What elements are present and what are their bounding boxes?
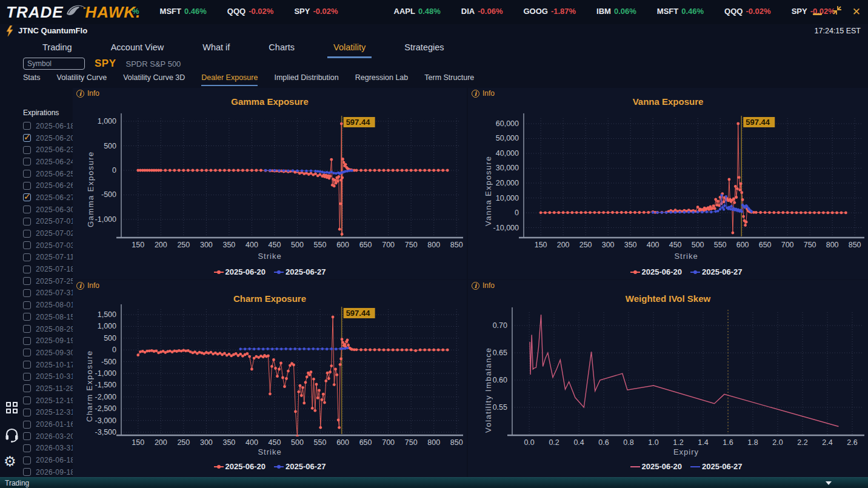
- checkbox-unchecked[interactable]: [23, 409, 31, 416]
- gamma-plot-area[interactable]: 1,0005000-500-1,000150200250300350400450…: [73, 88, 467, 279]
- checkbox-unchecked[interactable]: [23, 325, 31, 333]
- checkbox-unchecked[interactable]: [23, 170, 31, 178]
- expiration-row[interactable]: 2025-06-23: [23, 144, 79, 156]
- expiration-row[interactable]: 2025-06-18: [23, 120, 79, 132]
- expiration-row[interactable]: 2025-06-27: [23, 192, 79, 204]
- restore-icon[interactable]: [832, 5, 842, 18]
- checkbox-unchecked[interactable]: [23, 253, 31, 261]
- nav-tab-strategies[interactable]: Strategies: [398, 41, 450, 58]
- ticker-change: -0.02%: [746, 7, 770, 16]
- legend-label: 2025-06-20: [225, 267, 266, 276]
- expiration-row[interactable]: 2026-03-20: [23, 430, 79, 443]
- nav-tab-charts[interactable]: Charts: [262, 41, 301, 58]
- legend-item[interactable]: 2025-06-20: [630, 267, 683, 276]
- expiration-row[interactable]: 2025-06-24: [23, 156, 79, 168]
- expiration-row[interactable]: 2026-06-18: [23, 454, 79, 466]
- checkbox-unchecked[interactable]: [23, 206, 31, 213]
- checkbox-unchecked[interactable]: [23, 230, 31, 238]
- expiration-row[interactable]: 2025-07-18: [23, 263, 79, 275]
- layout-grid-icon[interactable]: [6, 402, 18, 414]
- settings-gear-icon[interactable]: ⚙: [4, 453, 16, 469]
- checkbox-unchecked[interactable]: [23, 218, 31, 226]
- minimize-icon[interactable]: [813, 13, 822, 15]
- checkbox-unchecked[interactable]: [23, 158, 31, 165]
- expiration-row[interactable]: 2025-09-30: [23, 347, 79, 359]
- checkbox-unchecked[interactable]: [23, 421, 31, 429]
- checkbox-checked[interactable]: [23, 134, 31, 142]
- subtab-stats[interactable]: Stats: [23, 73, 41, 86]
- checkbox-unchecked[interactable]: [23, 301, 31, 309]
- main-nav-tabs: TradingAccount ViewWhat ifChartsVolatili…: [36, 41, 450, 58]
- checkbox-unchecked[interactable]: [23, 373, 31, 381]
- legend-item[interactable]: 2025-06-27: [274, 462, 326, 471]
- expiration-row[interactable]: 2025-12-19: [23, 395, 79, 407]
- expiration-row[interactable]: 2025-07-03: [23, 239, 79, 252]
- subtab-volatility-curve-3d[interactable]: Volatility Curve 3D: [123, 73, 185, 86]
- expiration-row[interactable]: 2025-06-25: [23, 168, 79, 180]
- legend-item[interactable]: 2025-06-20: [630, 462, 683, 471]
- checkbox-unchecked[interactable]: [23, 289, 31, 297]
- expiration-row[interactable]: 2025-07-25: [23, 275, 79, 287]
- subtab-volatility-curve[interactable]: Volatility Curve: [57, 73, 107, 86]
- checkbox-unchecked[interactable]: [23, 266, 31, 273]
- expiration-row[interactable]: 2025-08-29: [23, 323, 79, 335]
- subtab-implied-distribution[interactable]: Implied Distribution: [274, 73, 338, 86]
- expiration-row[interactable]: 2025-07-01: [23, 216, 79, 228]
- expiration-row[interactable]: 2025-10-17: [23, 359, 79, 371]
- checkbox-unchecked[interactable]: [23, 122, 31, 130]
- expiration-row[interactable]: 2025-12-31: [23, 407, 79, 419]
- legend-item[interactable]: 2025-06-27: [690, 267, 743, 276]
- checkbox-unchecked[interactable]: [23, 277, 31, 285]
- checkbox-unchecked[interactable]: [23, 361, 31, 369]
- expiration-row[interactable]: 2025-07-02: [23, 227, 79, 239]
- svg-text:450: 450: [269, 241, 281, 249]
- nav-tab-volatility[interactable]: Volatility: [327, 41, 372, 58]
- checkbox-unchecked[interactable]: [23, 313, 31, 321]
- chart-info-button[interactable]: Info: [76, 281, 99, 290]
- expiration-row[interactable]: 2026-09-18: [23, 466, 79, 478]
- expiration-row[interactable]: 2025-10-31: [23, 370, 79, 383]
- checkbox-unchecked[interactable]: [23, 456, 31, 464]
- checkbox-unchecked[interactable]: [23, 432, 31, 440]
- legend-item[interactable]: 2025-06-20: [214, 267, 266, 276]
- checkbox-unchecked[interactable]: [23, 468, 31, 476]
- expiration-row[interactable]: 2025-06-30: [23, 204, 79, 216]
- legend-item[interactable]: 2025-06-27: [274, 267, 326, 276]
- ticker-change: -0.02%: [249, 7, 273, 16]
- status-grip-icon[interactable]: [826, 481, 832, 485]
- checkbox-unchecked[interactable]: [23, 182, 31, 190]
- nav-tab-what-if[interactable]: What if: [196, 41, 236, 58]
- expiration-row[interactable]: 2025-06-26: [23, 179, 79, 192]
- checkbox-unchecked[interactable]: [23, 146, 31, 154]
- legend-item[interactable]: 2025-06-27: [690, 462, 743, 471]
- nav-tab-trading[interactable]: Trading: [36, 41, 78, 58]
- expiration-row[interactable]: 2025-08-15: [23, 311, 79, 323]
- checkbox-unchecked[interactable]: [23, 241, 31, 249]
- symbol-input[interactable]: [23, 58, 85, 70]
- checkbox-unchecked[interactable]: [23, 444, 31, 452]
- expiration-row[interactable]: 2025-06-20: [23, 132, 79, 144]
- expiration-row[interactable]: 2025-08-01: [23, 299, 79, 311]
- expiration-row[interactable]: 2026-03-31: [23, 443, 79, 455]
- checkbox-checked[interactable]: [23, 193, 31, 201]
- checkbox-unchecked[interactable]: [23, 384, 31, 392]
- expiration-row[interactable]: 2026-01-16: [23, 418, 79, 430]
- checkbox-unchecked[interactable]: [23, 349, 31, 356]
- expiration-row[interactable]: 2025-07-31: [23, 287, 79, 299]
- clock: 17:24:15 EST: [815, 27, 861, 35]
- checkbox-unchecked[interactable]: [23, 337, 31, 345]
- expiration-row[interactable]: 2025-11-28: [23, 383, 79, 395]
- checkbox-unchecked[interactable]: [23, 396, 31, 404]
- vanna-plot-area[interactable]: 60,00050,00040,00030,00020,00010,0000-10…: [468, 88, 868, 279]
- subtab-dealer-exposure[interactable]: Dealer Exposure: [201, 73, 258, 86]
- chart-info-button[interactable]: Info: [472, 281, 495, 290]
- subtab-term-structure[interactable]: Term Structure: [424, 73, 474, 86]
- subtab-regression-lab[interactable]: Regression Lab: [355, 73, 409, 86]
- expiration-row[interactable]: 2025-09-19: [23, 335, 79, 347]
- legend-item[interactable]: 2025-06-20: [214, 462, 266, 471]
- chart-legend: 2025-06-202025-06-27: [73, 462, 467, 471]
- expiration-row[interactable]: 2025-07-11: [23, 252, 79, 264]
- support-headset-icon[interactable]: [4, 427, 19, 445]
- close-icon[interactable]: ✕: [852, 7, 861, 17]
- nav-tab-account-view[interactable]: Account View: [105, 41, 170, 58]
